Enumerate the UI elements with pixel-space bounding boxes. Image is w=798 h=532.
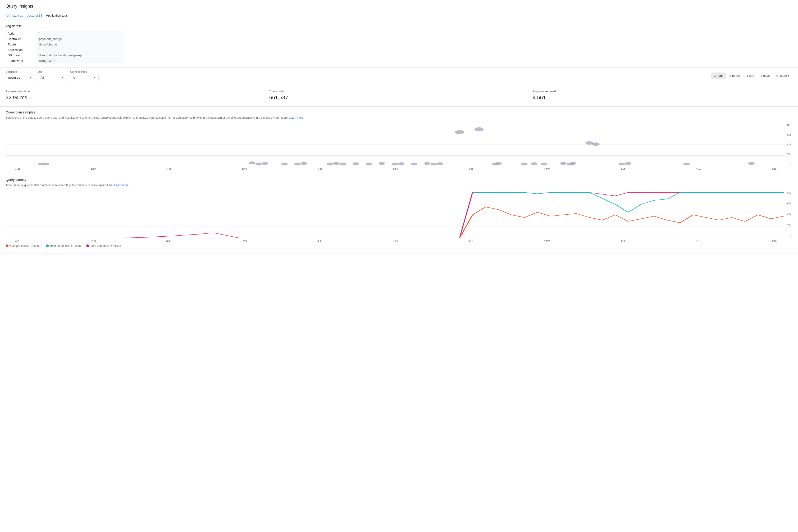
- query-plan-desc: Select one of the dots to see a query pl…: [6, 116, 792, 120]
- legend-color: [6, 244, 8, 247]
- metric-item: Avg execution time32.94 ms: [6, 88, 265, 102]
- x-label: 4:05: [620, 240, 626, 242]
- x-label: 3:55: [468, 240, 473, 242]
- x-label: 3:25: [15, 240, 20, 242]
- filters-row: Database postgres ▼ User All ▼ Client ad…: [0, 67, 798, 84]
- svg-point-29: [521, 163, 527, 165]
- svg-point-40: [748, 162, 755, 165]
- x-label: 3:45: [317, 240, 322, 242]
- legend-label: 99th percentile: 67.109s: [91, 244, 121, 248]
- x-label: 3:25: [15, 167, 20, 170]
- y-label: 20s: [787, 153, 791, 156]
- database-filter-group: Database postgres ▼: [6, 70, 34, 81]
- tag-row: Application'': [6, 47, 124, 53]
- tag-details-title: Tag details: [6, 24, 792, 28]
- y-label: 80s: [787, 124, 791, 127]
- breadcrumb-postgres13[interactable]: postgres13: [27, 14, 42, 17]
- legend-label: 95th percentile: 67.109s: [50, 244, 80, 248]
- tag-row: DB driver'django.db.backends.postgresql': [6, 53, 124, 58]
- y-label: 80s: [787, 191, 791, 194]
- client-address-select[interactable]: All ▼: [70, 74, 98, 81]
- svg-point-23: [430, 163, 437, 165]
- tag-details-table: Action''Controller'payment_charge'Route'…: [6, 31, 124, 63]
- svg-point-36: [592, 142, 600, 146]
- y-label: 60s: [787, 202, 791, 205]
- x-label: 4:15: [772, 240, 776, 242]
- query-latency-learn-more[interactable]: Learn more: [114, 184, 128, 187]
- svg-point-10: [281, 163, 288, 165]
- x-label: 3:30: [91, 167, 96, 170]
- svg-point-15: [340, 163, 346, 165]
- query-plan-section: Query plan samples Select one of the dot…: [0, 107, 798, 174]
- query-latency-svg: [6, 191, 784, 239]
- time-btn-6-hours[interactable]: 6 hours: [727, 73, 743, 79]
- tag-row: Framework'django:3.0.7': [6, 58, 124, 63]
- query-latency-x-labels: 3:253:303:353:403:453:503:554 PM4:054:10…: [6, 239, 784, 242]
- query-latency-section: Query latency Time taken by queries that…: [0, 174, 798, 253]
- breadcrumb: All instances › postgres13 › Application…: [0, 11, 798, 20]
- database-select[interactable]: postgres ▼: [6, 74, 34, 81]
- svg-point-21: [411, 163, 417, 165]
- breadcrumb-sep-2: ›: [43, 14, 44, 17]
- y-label: 0: [790, 235, 791, 238]
- time-btn-1-hour[interactable]: 1 hour: [711, 73, 726, 79]
- y-label: 40s: [787, 213, 791, 216]
- query-plan-y-labels: 80s60s40s20s0: [784, 124, 792, 170]
- user-filter-group: User All ▼: [38, 70, 67, 81]
- x-label: 3:40: [242, 240, 247, 242]
- time-btn-7-days[interactable]: 7 days: [758, 73, 773, 79]
- query-latency-title: Query latency: [6, 178, 792, 182]
- x-label: 3:55: [468, 167, 473, 170]
- time-btn-custom[interactable]: Custom ▾: [774, 73, 792, 79]
- user-value: All: [40, 76, 44, 79]
- svg-point-22: [424, 162, 430, 165]
- query-plan-learn-more[interactable]: Learn more: [289, 116, 303, 119]
- svg-point-17: [366, 163, 372, 165]
- query-latency-chart: [6, 191, 784, 239]
- svg-point-26: [475, 128, 483, 131]
- x-label: 4 PM: [544, 167, 550, 170]
- svg-point-13: [327, 163, 333, 165]
- x-label: 3:50: [393, 167, 398, 170]
- legend-item: 95th percentile: 67.109s: [46, 244, 80, 248]
- metric-item: Avg rows returned4.561: [529, 88, 792, 102]
- query-plan-x-labels: 3:253:303:353:403:453:503:554 PM4:054:10…: [6, 166, 784, 170]
- database-arrow-icon: ▼: [29, 76, 32, 79]
- svg-point-6: [43, 163, 49, 165]
- svg-point-24: [437, 162, 443, 165]
- svg-point-37: [618, 163, 625, 165]
- svg-point-7: [249, 162, 255, 165]
- svg-point-11: [294, 163, 300, 165]
- svg-point-30: [531, 162, 537, 165]
- database-value: postgres: [8, 76, 20, 79]
- legend-color: [86, 244, 89, 247]
- svg-point-38: [625, 162, 631, 165]
- x-label: 3:35: [166, 167, 171, 170]
- x-label: 3:40: [242, 167, 247, 170]
- time-btn-1-day[interactable]: 1 day: [743, 73, 757, 79]
- tag-row: Route'demo/charge': [6, 42, 124, 47]
- client-address-arrow-icon: ▼: [94, 76, 96, 79]
- user-arrow-icon: ▼: [61, 76, 64, 79]
- svg-point-28: [495, 162, 502, 165]
- tag-row: Action'': [6, 31, 124, 36]
- query-plan-svg: [6, 124, 784, 166]
- breadcrumb-all-instances[interactable]: All instances: [6, 14, 23, 17]
- breadcrumb-sep-1: ›: [24, 14, 25, 17]
- query-plan-title: Query plan samples: [6, 110, 792, 114]
- user-select[interactable]: All ▼: [38, 74, 67, 81]
- metric-item: Times called661,537: [265, 88, 529, 102]
- svg-point-19: [392, 163, 398, 165]
- svg-point-8: [255, 163, 262, 165]
- client-address-filter-group: Client address All ▼: [70, 70, 98, 81]
- svg-point-20: [398, 162, 404, 165]
- breadcrumb-current: Application tags: [46, 14, 68, 17]
- page-header: Query Insights: [0, 0, 798, 11]
- x-label: 4 PM: [544, 240, 550, 242]
- legend-item: 50th percentile: 14.680s: [6, 244, 40, 248]
- client-address-value: All: [73, 76, 76, 79]
- tag-row: Controller'payment_charge': [6, 36, 124, 42]
- svg-point-9: [262, 162, 268, 165]
- query-plan-chart: [6, 124, 784, 166]
- svg-point-16: [353, 162, 359, 165]
